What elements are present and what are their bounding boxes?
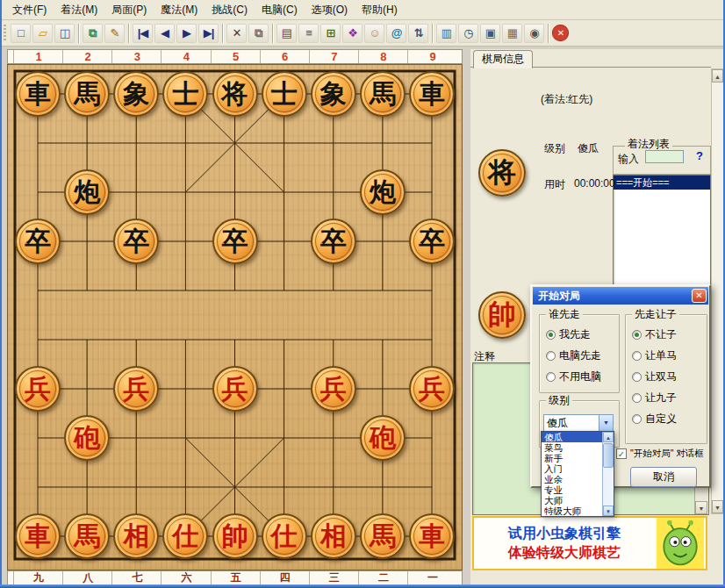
prev-move-icon[interactable]: ◀ — [154, 24, 175, 43]
tab-game-info[interactable]: 棋局信息 — [473, 50, 533, 68]
level-option-1[interactable]: 菜鸟 — [542, 442, 602, 453]
red-piece[interactable]: 兵 — [212, 366, 258, 412]
black-piece[interactable]: 車 — [15, 71, 61, 117]
edit-position-icon[interactable]: ✎ — [104, 24, 125, 43]
red-piece[interactable]: 車 — [15, 513, 61, 559]
color-scheme-icon[interactable]: ❖ — [342, 24, 362, 43]
radio-option-4[interactable]: 自定义 — [626, 408, 707, 429]
black-piece[interactable]: 卒 — [113, 219, 159, 264]
scroll-up-icon[interactable]: ▲ — [712, 69, 723, 82]
delete-move-icon[interactable]: ✕ — [226, 24, 247, 43]
red-piece[interactable]: 相 — [311, 513, 356, 559]
menu-item-5[interactable]: 电脑(C) — [255, 0, 305, 20]
red-piece[interactable]: 馬 — [64, 513, 110, 559]
level-option-0[interactable]: 傻瓜 — [542, 432, 602, 442]
new-icon[interactable]: □ — [11, 24, 31, 43]
scroll-down-icon[interactable]: ▼ — [712, 500, 723, 513]
level-option-5[interactable]: 专业 — [542, 484, 602, 495]
black-piece[interactable]: 士 — [162, 71, 208, 117]
red-piece[interactable]: 兵 — [15, 366, 61, 412]
level-option-2[interactable]: 新手 — [542, 453, 602, 463]
black-piece[interactable]: 馬 — [360, 71, 406, 117]
radio-option-0[interactable]: 我先走 — [540, 324, 619, 345]
print-icon[interactable]: ▦ — [502, 24, 522, 43]
dialog-title-bar[interactable]: 开始对局 ✕ — [533, 287, 708, 305]
save-icon[interactable]: ◫ — [54, 24, 75, 43]
scroll-down-icon[interactable]: ▼ — [695, 501, 707, 514]
level-dropdown[interactable]: 傻瓜菜鸟新手入门业余专业大师特级大师 ▲ ▼ — [541, 431, 614, 517]
flip-board-icon[interactable]: ⇅ — [408, 24, 428, 43]
scroll-down-icon[interactable]: ▼ — [603, 506, 614, 516]
level-option-7[interactable]: 特级大师 — [542, 506, 602, 516]
cancel-button[interactable]: 取消 — [630, 467, 697, 487]
menu-item-1[interactable]: 着法(M) — [54, 0, 104, 20]
menu-item-2[interactable]: 局面(P) — [104, 0, 154, 20]
radio-option-3[interactable]: 让九子 — [626, 387, 707, 408]
menu-item-7[interactable]: 帮助(H) — [355, 0, 405, 20]
black-piece[interactable]: 卒 — [409, 219, 455, 264]
menu-item-4[interactable]: 挑战(C) — [205, 0, 255, 20]
close-app-icon[interactable]: ✕ — [552, 25, 569, 41]
online-icon[interactable]: @ — [386, 24, 406, 43]
scroll-up-icon[interactable]: ▲ — [603, 432, 614, 442]
black-piece[interactable]: 象 — [113, 71, 159, 117]
black-piece[interactable]: 象 — [311, 71, 356, 117]
score-table-icon[interactable]: ⊞ — [320, 24, 341, 43]
red-piece[interactable]: 馬 — [360, 513, 406, 559]
camera-icon[interactable]: ◉ — [524, 24, 544, 43]
last-move-icon[interactable]: ▶| — [198, 24, 219, 43]
red-piece[interactable]: 仕 — [262, 513, 307, 559]
black-piece[interactable]: 炮 — [360, 169, 406, 215]
xiangqi-board[interactable]: 車馬象士将士象馬車炮炮卒卒卒卒卒兵兵兵兵兵砲砲車馬相仕帥仕相馬車 — [7, 64, 463, 570]
black-piece[interactable]: 将 — [212, 71, 258, 117]
radio-option-1[interactable]: 让单马 — [626, 345, 707, 366]
radio-option-1[interactable]: 电脑先走 — [540, 345, 619, 366]
level-option-6[interactable]: 大师 — [542, 495, 602, 506]
computer-icon[interactable]: ▣ — [480, 24, 500, 43]
menu-item-3[interactable]: 魔法(M) — [154, 0, 205, 20]
red-piece[interactable]: 兵 — [409, 366, 455, 412]
show-dialog-checkbox[interactable]: ✓ "开始对局" 对话框 — [616, 448, 704, 460]
open-icon[interactable]: ▱ — [32, 24, 53, 43]
chevron-down-icon[interactable]: ▼ — [599, 415, 613, 431]
red-piece[interactable]: 帥 — [212, 513, 258, 559]
radio-option-2[interactable]: 不用电脑 — [540, 366, 619, 387]
panel-scrollbar[interactable]: ▲ ▼ — [711, 68, 724, 514]
move-input[interactable] — [645, 150, 684, 163]
red-piece[interactable]: 仕 — [162, 513, 208, 559]
black-piece[interactable]: 卒 — [212, 219, 258, 264]
black-piece[interactable]: 炮 — [64, 169, 110, 215]
notebook-icon[interactable]: ▥ — [436, 24, 456, 43]
move-list-item[interactable]: ===开始=== — [614, 176, 710, 190]
level-option-4[interactable]: 业余 — [542, 474, 602, 484]
open-book-icon[interactable]: ▤ — [276, 24, 297, 43]
radio-option-0[interactable]: 不让子 — [626, 324, 707, 345]
red-piece[interactable]: 車 — [409, 513, 455, 559]
red-piece[interactable]: 兵 — [113, 366, 159, 412]
next-move-icon[interactable]: ▶ — [176, 24, 197, 43]
red-piece[interactable]: 砲 — [64, 415, 110, 461]
menu-item-0[interactable]: 文件(F) — [5, 0, 54, 20]
clock-icon[interactable]: ◷ — [458, 24, 478, 43]
red-piece[interactable]: 相 — [113, 513, 159, 559]
radio-option-2[interactable]: 让双马 — [626, 366, 707, 387]
copy-icon[interactable]: ⧉ — [248, 24, 269, 43]
copy-position-icon[interactable]: ⧉ — [83, 24, 103, 43]
red-piece[interactable]: 砲 — [360, 415, 406, 461]
level-option-3[interactable]: 入门 — [542, 463, 602, 474]
black-piece[interactable]: 卒 — [15, 219, 61, 264]
first-move-icon[interactable]: |◀ — [133, 24, 153, 43]
close-icon[interactable]: ✕ — [692, 289, 707, 303]
black-piece[interactable]: 士 — [262, 71, 307, 117]
black-piece[interactable]: 卒 — [311, 219, 356, 264]
red-piece[interactable]: 兵 — [311, 366, 356, 412]
ad-banner[interactable]: 试用小虫象棋引擎 体验特级大师棋艺 — [472, 516, 707, 570]
move-listbox[interactable]: ===开始=== — [613, 175, 711, 287]
menu-item-6[interactable]: 选项(O) — [305, 0, 355, 20]
dropdown-scrollbar[interactable]: ▲ ▼ — [602, 432, 614, 516]
analysis-icon[interactable]: ☺ — [364, 24, 384, 43]
help-link[interactable]: ? — [696, 149, 703, 162]
level-combobox[interactable]: 傻瓜 ▼ — [543, 414, 614, 432]
black-piece[interactable]: 車 — [409, 71, 455, 117]
black-piece[interactable]: 馬 — [64, 71, 110, 117]
